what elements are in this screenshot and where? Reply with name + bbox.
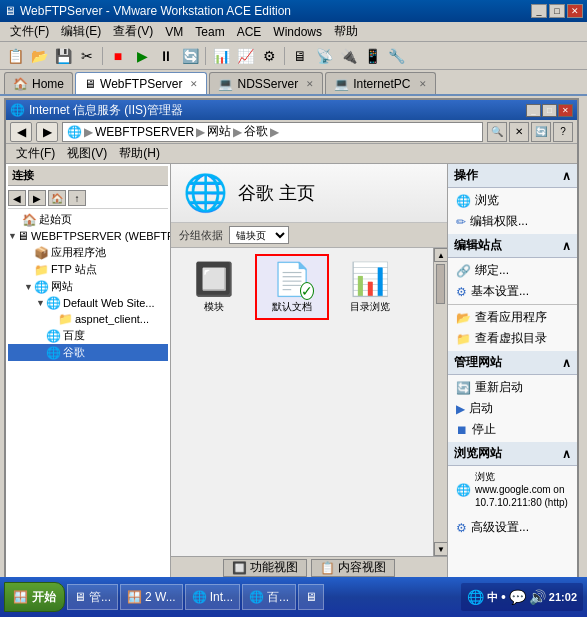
iis-minimize[interactable]: _ xyxy=(526,104,541,117)
taskbar-btn-int[interactable]: 🌐 Int... xyxy=(185,584,240,610)
toolbar-btn-8[interactable]: 🖥 xyxy=(289,45,311,67)
iis-maximize[interactable]: □ xyxy=(542,104,557,117)
tab-ndsserver[interactable]: 💻 NDSServer ✕ xyxy=(209,72,323,94)
toolbar-btn-7[interactable]: ⚙ xyxy=(258,45,280,67)
tree-item-apppool[interactable]: 📦 应用程序池 xyxy=(8,244,168,261)
addr-refresh-button[interactable]: 🔄 xyxy=(531,122,551,142)
right-section-actions-header[interactable]: 操作 ∧ xyxy=(448,164,577,188)
tree-item-google[interactable]: 🌐 谷歌 xyxy=(8,344,168,361)
start-button[interactable]: 🪟 开始 xyxy=(4,582,65,612)
toolbar-btn-1[interactable]: 📋 xyxy=(4,45,26,67)
taskbar-btn-manager[interactable]: 🖥 管... xyxy=(67,584,118,610)
scroll-down-arrow[interactable]: ▼ xyxy=(434,542,447,556)
nav-forward-button[interactable]: ▶ xyxy=(36,122,58,142)
content-scrollbar[interactable]: ▲ ▼ xyxy=(433,248,447,556)
addr-search-button[interactable]: 🔍 xyxy=(487,122,507,142)
menu-vm[interactable]: VM xyxy=(159,23,189,41)
tree-btn-forward[interactable]: ▶ xyxy=(28,190,46,206)
menu-ace[interactable]: ACE xyxy=(231,23,268,41)
grid-item-modules[interactable]: 🔲 模块 xyxy=(179,256,249,318)
path-webftp[interactable]: WEBFTPSERVER xyxy=(95,125,194,139)
tab-webftpserver[interactable]: 🖥 WebFTPServer ✕ xyxy=(75,72,207,94)
path-websites[interactable]: 网站 xyxy=(207,123,231,140)
taskbar-btn-extra[interactable]: 🖥 xyxy=(298,584,324,610)
toolbar-btn-play[interactable]: ▶ xyxy=(131,45,153,67)
tab-internetpc[interactable]: 💻 InternetPC ✕ xyxy=(325,72,435,94)
toolbar-btn-red[interactable]: ■ xyxy=(107,45,129,67)
action-edit-perms[interactable]: ✏ 编辑权限... xyxy=(448,211,577,232)
menu-edit[interactable]: 编辑(E) xyxy=(55,21,107,42)
action-basic-settings[interactable]: ⚙ 基本设置... xyxy=(448,281,577,302)
groupby-select[interactable]: 锚块页 无 xyxy=(229,226,289,244)
toolbar-btn-9[interactable]: 📡 xyxy=(313,45,335,67)
toolbar-btn-6[interactable]: 📈 xyxy=(234,45,256,67)
tree-item-home[interactable]: 🏠 起始页 xyxy=(8,211,168,228)
menu-help[interactable]: 帮助 xyxy=(328,21,364,42)
toolbar-btn-3[interactable]: 💾 xyxy=(52,45,74,67)
menu-view[interactable]: 查看(V) xyxy=(107,21,159,42)
tab-home-label: Home xyxy=(32,77,64,91)
right-section-browsesite-header[interactable]: 浏览网站 ∧ xyxy=(448,442,577,466)
iis-close[interactable]: ✕ xyxy=(558,104,573,117)
minimize-button[interactable]: _ xyxy=(531,4,547,18)
tree-icon-google: 🌐 xyxy=(46,346,61,360)
nav-back-button[interactable]: ◀ xyxy=(10,122,32,142)
path-google[interactable]: 谷歌 xyxy=(244,123,268,140)
action-browse-url[interactable]: 🌐 浏览 www.google.com on 10.7.10.211:80 (h… xyxy=(448,468,577,511)
action-view-apps[interactable]: 📂 查看应用程序 xyxy=(448,307,577,328)
toolbar-btn-refresh[interactable]: 🔄 xyxy=(179,45,201,67)
tree-item-ftp[interactable]: 📁 FTP 站点 xyxy=(8,261,168,278)
action-advanced-settings[interactable]: ⚙ 高级设置... xyxy=(448,517,577,538)
action-stop[interactable]: ⏹ 停止 xyxy=(448,419,577,440)
menu-file[interactable]: 文件(F) xyxy=(4,21,55,42)
tree-btn-up[interactable]: ↑ xyxy=(68,190,86,206)
toolbar-btn-4[interactable]: ✂ xyxy=(76,45,98,67)
content-header-title: 谷歌 主页 xyxy=(238,181,315,205)
taskbar-btn-bai[interactable]: 🌐 百... xyxy=(242,584,296,610)
addr-help-button[interactable]: ? xyxy=(553,122,573,142)
content-area: 🔲 模块 📄 ✓ 默认文档 📊 目录浏览 xyxy=(171,248,447,556)
action-browse[interactable]: 🌐 浏览 xyxy=(448,190,577,211)
scroll-up-arrow[interactable]: ▲ xyxy=(434,248,447,262)
action-view-virtdirs[interactable]: 📁 查看虚拟目录 xyxy=(448,328,577,349)
tab-nds-close[interactable]: ✕ xyxy=(306,79,314,89)
iis-menu-view[interactable]: 视图(V) xyxy=(61,143,113,164)
action-bindings[interactable]: 🔗 绑定... xyxy=(448,260,577,281)
right-section-manage-header[interactable]: 管理网站 ∧ xyxy=(448,351,577,375)
iis-menu-help[interactable]: 帮助(H) xyxy=(113,143,166,164)
addr-stop-button[interactable]: ✕ xyxy=(509,122,529,142)
toolbar-btn-10[interactable]: 🔌 xyxy=(337,45,359,67)
tree-icon-baidu: 🌐 xyxy=(46,329,61,343)
tab-inet-close[interactable]: ✕ xyxy=(419,79,427,89)
action-start[interactable]: ▶ 启动 xyxy=(448,398,577,419)
toolbar-btn-11[interactable]: 📱 xyxy=(361,45,383,67)
func-view-button[interactable]: 🔲 功能视图 xyxy=(223,559,307,577)
tree-item-baidu[interactable]: 🌐 百度 xyxy=(8,327,168,344)
close-button[interactable]: ✕ xyxy=(567,4,583,18)
maximize-button[interactable]: □ xyxy=(549,4,565,18)
tree-item-defaultsite[interactable]: ▼ 🌐 Default Web Site... xyxy=(8,295,168,311)
tree-btn-back[interactable]: ◀ xyxy=(8,190,26,206)
taskbar-btn-2w[interactable]: 🪟 2 W... xyxy=(120,584,183,610)
tab-webftp-close[interactable]: ✕ xyxy=(190,79,198,89)
tree-icon-defaultsite: 🌐 xyxy=(46,296,61,310)
tab-home[interactable]: 🏠 Home xyxy=(4,72,73,94)
tree-btn-home[interactable]: 🏠 xyxy=(48,190,66,206)
toolbar-btn-pause[interactable]: ⏸ xyxy=(155,45,177,67)
grid-item-dir-browse[interactable]: 📊 目录浏览 xyxy=(335,256,405,318)
right-section-editsite-header[interactable]: 编辑站点 ∧ xyxy=(448,234,577,258)
toolbar-btn-12[interactable]: 🔧 xyxy=(385,45,407,67)
content-view-button[interactable]: 📋 内容视图 xyxy=(311,559,395,577)
menu-windows[interactable]: Windows xyxy=(267,23,328,41)
taskbar-label-int: Int... xyxy=(210,590,233,604)
toolbar-btn-5[interactable]: 📊 xyxy=(210,45,232,67)
iis-menu-file[interactable]: 文件(F) xyxy=(10,143,61,164)
grid-item-default-doc[interactable]: 📄 ✓ 默认文档 xyxy=(257,256,327,318)
tree-item-aspnet[interactable]: 📁 aspnet_client... xyxy=(8,311,168,327)
tree-item-sites[interactable]: ▼ 🌐 网站 xyxy=(8,278,168,295)
scroll-thumb[interactable] xyxy=(436,264,445,304)
action-restart[interactable]: 🔄 重新启动 xyxy=(448,377,577,398)
menu-team[interactable]: Team xyxy=(189,23,230,41)
toolbar-btn-2[interactable]: 📂 xyxy=(28,45,50,67)
tree-item-server[interactable]: ▼ 🖥 WEBFTPSERVER (WEBFTPSE... xyxy=(8,228,168,244)
